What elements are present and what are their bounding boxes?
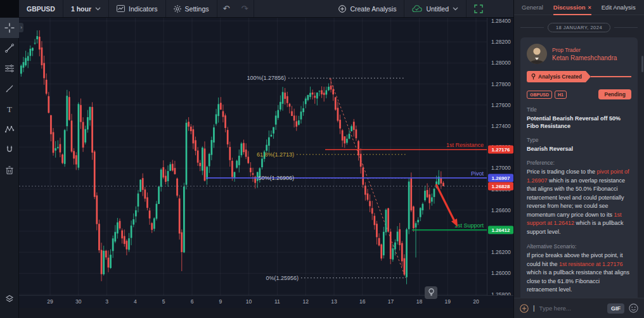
price-tick-label: 1.27800 — [491, 81, 511, 87]
drawing-toolbar: T — [0, 18, 19, 318]
chart-area[interactable]: › 1st ResistancePivot1st Support100%(1.2… — [19, 18, 513, 318]
horizontal-lines-icon — [4, 63, 15, 73]
tags-row: GBPUSD H1 Pending — [527, 89, 631, 99]
price-scale[interactable]: 1.284001.282001.280001.278001.276001.274… — [487, 18, 513, 295]
card-header: Prop Trader Ketan Rameshchandra — [527, 44, 631, 64]
plus-circle-icon — [338, 5, 346, 13]
settings-label: Settings — [185, 5, 209, 13]
tab-discussion-label: Discussion — [553, 4, 586, 11]
toolbar-collapse-handle[interactable]: › — [19, 23, 23, 32]
timeframe-selector[interactable]: 1 hour — [63, 0, 108, 17]
text-tool-button[interactable]: T — [0, 99, 19, 119]
event-label: Analysis Created — [538, 73, 582, 80]
price-badge: 1.26828 — [488, 182, 513, 190]
price-tick-label: 1.26000 — [491, 270, 511, 276]
status-badge: Pending — [598, 89, 631, 99]
pin-icon — [531, 73, 536, 80]
cloud-saved-icon — [412, 5, 422, 13]
divider-line — [614, 27, 638, 28]
analysis-title: Potential Bearish Reversal off 50% Fibo … — [527, 115, 631, 130]
symbol-label: GBPUSD — [27, 5, 55, 13]
date-tick-label: 19 — [444, 298, 450, 305]
price-tick-label: 1.26600 — [491, 207, 511, 213]
message-composer: | Type here... GIF — [514, 298, 644, 318]
trash-icon — [5, 165, 14, 175]
crosshair-tool-button[interactable] — [0, 18, 19, 38]
time-scale[interactable]: 293034569101112131617181920 — [19, 295, 513, 308]
gif-button[interactable]: GIF — [607, 303, 624, 314]
price-badge: 1.26412 — [488, 226, 513, 234]
redo-button[interactable]: ↷ — [235, 0, 254, 17]
create-analysis-label: Create Analysis — [350, 5, 396, 13]
crosshair-icon — [4, 23, 15, 33]
close-icon[interactable]: × — [588, 4, 591, 11]
tab-edit-analysis[interactable]: Edit Analysis — [602, 0, 636, 15]
indicators-button[interactable]: Indicators — [109, 0, 165, 17]
chevron-down-icon — [453, 7, 458, 11]
author-name: Ketan Rameshchandra — [552, 54, 617, 61]
type-label: Type — [527, 137, 631, 143]
avatar-image — [527, 44, 547, 64]
date-tick-label: 16 — [359, 298, 365, 305]
symbol-button[interactable]: GBPUSD — [19, 0, 63, 17]
timeframe-label: 1 hour — [71, 5, 91, 13]
toolbar-corner — [0, 0, 19, 17]
svg-text:1st Resistance: 1st Resistance — [446, 142, 484, 148]
indicators-label: Indicators — [129, 5, 158, 13]
toolbar-spacer — [254, 0, 331, 17]
fullscreen-button[interactable] — [467, 0, 491, 17]
object-tree-button[interactable] — [0, 289, 19, 309]
title-label: Title — [527, 106, 631, 113]
date-tick-label: 6 — [191, 298, 194, 305]
ribbon-line — [591, 76, 631, 77]
undo-button[interactable]: ↶ — [217, 0, 236, 17]
ribbon-arrow — [586, 71, 591, 82]
message-input[interactable]: Type here... — [539, 305, 603, 312]
alt-scenario-label: Alternative Scenario: — [527, 243, 631, 250]
layout-menu[interactable]: Untitled — [404, 0, 466, 17]
svg-text:1st Support: 1st Support — [454, 222, 484, 229]
trendline-tool-button[interactable] — [0, 38, 19, 58]
delete-drawings-button[interactable] — [0, 160, 19, 180]
preference-label: Preference: — [527, 160, 631, 166]
horizontal-lines-tool-button[interactable] — [0, 58, 19, 79]
magnet-icon — [4, 144, 15, 155]
brush-tool-button[interactable] — [0, 79, 19, 99]
tab-general-label: General — [522, 4, 543, 11]
svg-text:61.8%(1.2713): 61.8%(1.2713) — [257, 151, 294, 158]
pattern-tool-button[interactable] — [0, 119, 19, 139]
price-tick-label: 1.27400 — [491, 123, 511, 129]
text-icon: T — [4, 104, 15, 114]
attach-plus-icon[interactable] — [520, 304, 529, 313]
date-tick-label: 13 — [331, 298, 337, 305]
tab-general[interactable]: General — [522, 0, 543, 15]
alt-scenario-text: If price breaks above the pivot point, i… — [527, 251, 631, 295]
tab-edit-label: Edit Analysis — [602, 4, 636, 11]
analysis-card[interactable]: Prop Trader Ketan Rameshchandra Analysis… — [520, 37, 638, 298]
tab-discussion[interactable]: Discussion × — [553, 0, 591, 15]
analysis-panel: General Discussion × Edit Analysis 18 JA… — [513, 0, 644, 318]
toolbar-pad — [491, 0, 513, 17]
create-analysis-button[interactable]: Create Analysis — [331, 0, 404, 17]
magnet-tool-button[interactable] — [0, 139, 19, 160]
svg-text:50%(1.26906): 50%(1.26906) — [258, 175, 294, 181]
emoji-icon[interactable] — [629, 303, 638, 313]
date-tick-label: 5 — [162, 298, 165, 305]
gear-icon — [174, 5, 181, 13]
date-tick-label: 20 — [473, 298, 479, 305]
discussion-thread[interactable]: 18 JANUARY, 2024 Prop Trader Ketan Rames… — [514, 15, 644, 298]
panel-scrollbar[interactable] — [641, 56, 643, 72]
analysis-type: Bearish Reversal — [527, 145, 631, 153]
date-badge: 18 JANUARY, 2024 — [548, 23, 610, 32]
idea-bulb-button[interactable] — [425, 286, 437, 299]
settings-button[interactable]: Settings — [166, 0, 217, 17]
svg-text:Pivot: Pivot — [471, 170, 484, 177]
fullscreen-icon — [474, 4, 483, 13]
candlestick-plot[interactable]: 1st ResistancePivot1st Support100%(1.278… — [19, 18, 487, 295]
svg-text:100%(1.27856): 100%(1.27856) — [247, 75, 286, 81]
layers-icon — [4, 294, 15, 304]
date-tick-label: 29 — [47, 298, 53, 305]
avatar — [527, 44, 547, 64]
date-tick-label: 30 — [75, 298, 81, 305]
trading-app: GBPUSD 1 hour Indicators Settings ↶ ↷ Cr… — [0, 0, 644, 318]
